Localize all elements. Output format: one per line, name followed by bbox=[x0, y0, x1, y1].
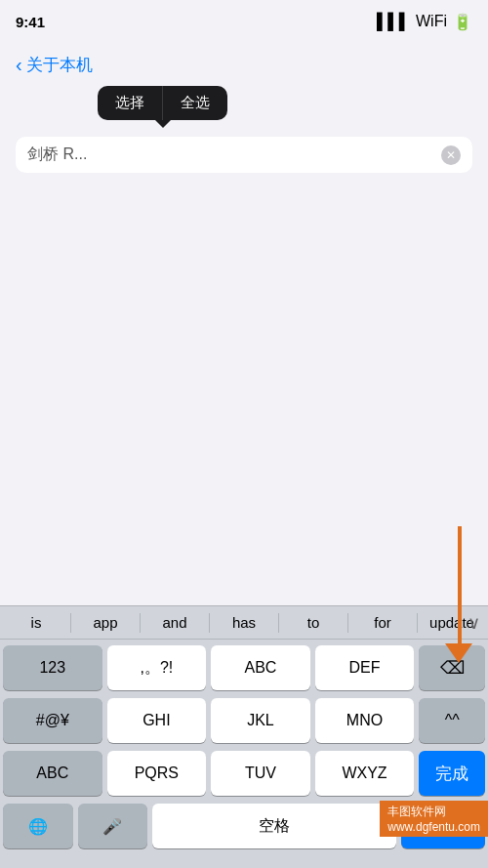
arrow-head bbox=[445, 643, 472, 663]
key-done[interactable]: 完成 bbox=[419, 751, 485, 796]
key-abc[interactable]: ABC bbox=[211, 645, 310, 690]
key-wxyz[interactable]: WXYZ bbox=[315, 751, 415, 796]
predictive-word-has[interactable]: has bbox=[212, 612, 276, 633]
battery-icon: 🔋 bbox=[453, 13, 472, 31]
key-tuv[interactable]: TUV bbox=[211, 751, 310, 796]
predictive-bar: is app and has to for update ∨ bbox=[0, 605, 488, 640]
context-menu-select-all[interactable]: 全选 bbox=[163, 86, 227, 120]
key-pqrs[interactable]: PQRS bbox=[107, 751, 207, 796]
status-icons: ▌▌▌ WiFi 🔋 bbox=[377, 13, 472, 31]
key-jkl[interactable]: JKL bbox=[211, 698, 310, 743]
search-container[interactable]: 剑桥 R... ✕ bbox=[16, 137, 472, 173]
divider-5 bbox=[347, 613, 348, 633]
context-menu-arrow bbox=[155, 120, 171, 128]
search-clear-button[interactable]: ✕ bbox=[441, 145, 461, 165]
back-button[interactable]: ‹ 关于本机 bbox=[16, 54, 93, 76]
divider-3 bbox=[209, 613, 210, 633]
arrow-annotation bbox=[438, 526, 472, 663]
back-chevron-icon: ‹ bbox=[16, 55, 22, 74]
divider-1 bbox=[70, 613, 71, 633]
nav-bar: ‹ 关于本机 bbox=[0, 43, 488, 86]
key-space[interactable]: 空格 bbox=[152, 804, 396, 848]
divider-6 bbox=[417, 613, 418, 633]
context-menu: 选择 全选 bbox=[98, 86, 227, 120]
key-globe[interactable]: 🌐 bbox=[3, 804, 73, 848]
back-label: 关于本机 bbox=[26, 54, 93, 76]
key-symbols[interactable]: #@¥ bbox=[3, 698, 102, 743]
signal-icon: ▌▌▌ bbox=[377, 13, 410, 30]
key-def[interactable]: DEF bbox=[315, 645, 415, 690]
key-shift[interactable]: ^^ bbox=[419, 698, 485, 743]
predictive-word-app[interactable]: app bbox=[73, 612, 138, 633]
keyboard-row-3: ABC PQRS TUV WXYZ 完成 bbox=[3, 751, 485, 796]
context-menu-select[interactable]: 选择 bbox=[98, 86, 163, 120]
key-punctuation[interactable]: ,。?! bbox=[107, 645, 207, 690]
keyboard-rows: 123 ,。?! ABC DEF ⌫ #@¥ GHI JKL bbox=[0, 640, 488, 800]
predictive-word-for[interactable]: for bbox=[350, 612, 415, 633]
watermark: 丰图软件网 www.dgfentu.com bbox=[380, 801, 488, 837]
key-mic[interactable]: 🎤 bbox=[78, 804, 148, 848]
divider-2 bbox=[140, 613, 141, 633]
status-bar: 9:41 ▌▌▌ WiFi 🔋 bbox=[0, 0, 488, 43]
wifi-icon: WiFi bbox=[416, 13, 447, 30]
arrow-line bbox=[458, 526, 462, 643]
keyboard-row-2: #@¥ GHI JKL MNO ^^ bbox=[3, 698, 485, 743]
status-time: 9:41 bbox=[16, 14, 45, 30]
divider-4 bbox=[278, 613, 279, 633]
key-mno[interactable]: MNO bbox=[315, 698, 415, 743]
keyboard-row-1: 123 ,。?! ABC DEF ⌫ bbox=[3, 645, 485, 690]
predictive-word-and[interactable]: and bbox=[142, 612, 207, 633]
key-123[interactable]: 123 bbox=[3, 645, 102, 690]
globe-icon: 🌐 bbox=[28, 817, 48, 836]
predictive-word-is[interactable]: is bbox=[4, 612, 68, 633]
search-input-value: 剑桥 R... bbox=[27, 145, 433, 165]
key-abc-switch[interactable]: ABC bbox=[3, 751, 102, 796]
key-ghi[interactable]: GHI bbox=[107, 698, 207, 743]
content-area: 选择 全选 剑桥 R... ✕ bbox=[0, 86, 488, 181]
mic-icon: 🎤 bbox=[102, 817, 122, 836]
predictive-word-to[interactable]: to bbox=[281, 612, 346, 633]
